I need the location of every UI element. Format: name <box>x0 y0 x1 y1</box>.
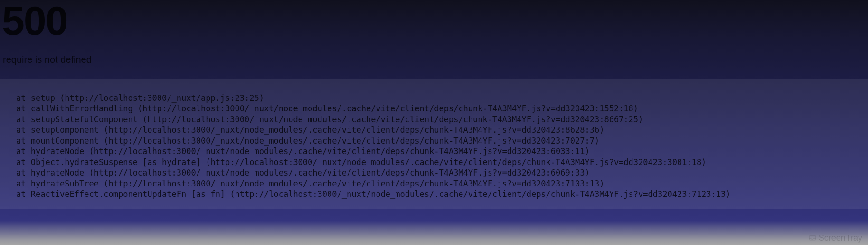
error-code: 500 <box>0 0 868 41</box>
stack-line: at setupStatefulComponent (http://localh… <box>9 114 859 125</box>
error-message: require is not defined <box>0 54 868 65</box>
stack-line: at setup (http://localhost:3000/_nuxt/ap… <box>9 93 859 103</box>
stack-line: at callWithErrorHandling (http://localho… <box>9 103 859 114</box>
stack-line: at ReactiveEffect.componentUpdateFn [as … <box>9 189 859 199</box>
screentray-icon <box>808 234 817 243</box>
stack-line: at hydrateSubTree (http://localhost:3000… <box>9 178 859 189</box>
stack-line: at Object.hydrateSuspense [as hydrate] (… <box>9 157 859 167</box>
watermark: ScreenTray <box>808 233 862 243</box>
stack-line: at hydrateNode (http://localhost:3000/_n… <box>9 167 859 178</box>
watermark-text: ScreenTray <box>819 233 862 243</box>
stack-line: at mountComponent (http://localhost:3000… <box>9 136 859 146</box>
stack-line: at setupComponent (http://localhost:3000… <box>9 125 859 135</box>
stack-trace: at setup (http://localhost:3000/_nuxt/ap… <box>0 79 868 209</box>
stack-line: at hydrateNode (http://localhost:3000/_n… <box>9 146 859 157</box>
